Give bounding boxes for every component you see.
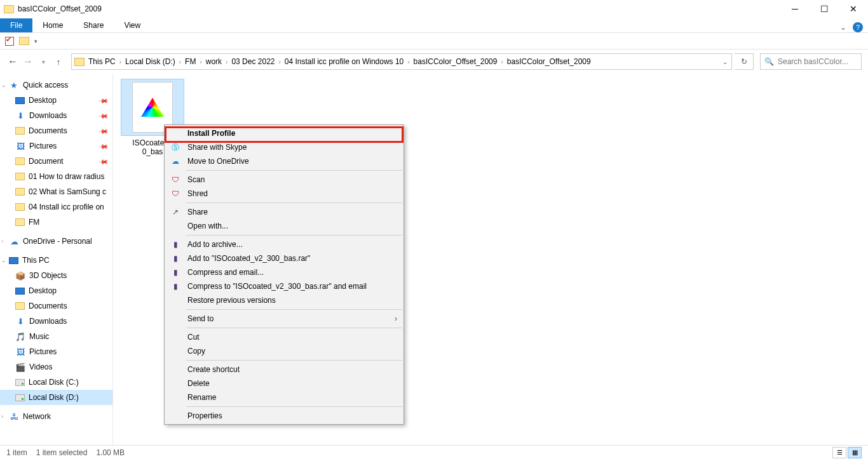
chevron-right-icon[interactable]: ›: [501, 58, 503, 65]
crumb-0[interactable]: This PC: [88, 57, 116, 66]
sidebar-item-pictures[interactable]: 🖼Pictures: [0, 344, 112, 359]
sidebar-item-drive-c[interactable]: Local Disk (C:): [0, 375, 112, 390]
sidebar-item-folder[interactable]: 02 What is SamSung c: [0, 184, 112, 199]
sidebar-item-document[interactable]: Document📌: [0, 154, 112, 169]
pin-icon: 📌: [98, 110, 109, 121]
onedrive-icon: ☁: [170, 157, 181, 166]
crumb-4[interactable]: 03 Dec 2022: [231, 57, 275, 66]
ctx-properties[interactable]: Properties: [165, 409, 403, 423]
chevron-right-icon[interactable]: ›: [278, 58, 280, 65]
ctx-install-profile[interactable]: Install Profile: [165, 126, 403, 140]
ctx-compress-email[interactable]: ▮Compress and email...: [165, 265, 403, 279]
sidebar-item-downloads[interactable]: ⬇Downloads: [0, 314, 112, 329]
chevron-right-icon[interactable]: ›: [200, 58, 201, 65]
winrar-icon: ▮: [170, 254, 181, 263]
chevron-right-icon[interactable]: ›: [407, 58, 409, 65]
sidebar-item-desktop[interactable]: Desktop📌: [0, 93, 112, 108]
pictures-icon: 🖼: [15, 141, 25, 151]
ctx-separator: [186, 203, 402, 203]
objects-icon: 📦: [15, 270, 25, 281]
view-large-icons-button[interactable]: ▦: [848, 447, 862, 458]
address-dropdown-icon[interactable]: ⌄: [722, 58, 728, 65]
maximize-button[interactable]: ☐: [810, 0, 839, 18]
ctx-scan[interactable]: 🛡Scan: [165, 173, 403, 187]
chevron-right-icon[interactable]: ›: [226, 58, 227, 65]
ctx-separator: [186, 309, 402, 310]
chevron-right-icon[interactable]: ›: [179, 58, 181, 65]
crumb-3[interactable]: work: [206, 57, 222, 66]
help-icon[interactable]: ?: [853, 22, 863, 32]
sidebar-network[interactable]: ›🖧Network: [0, 409, 112, 424]
sidebar-onedrive[interactable]: ›☁OneDrive - Personal: [0, 234, 112, 249]
address-bar[interactable]: This PC› Local Disk (D:)› FM› work› 03 D…: [71, 53, 732, 70]
pin-icon: 📌: [98, 156, 109, 166]
tab-home[interactable]: Home: [32, 18, 73, 32]
ctx-delete[interactable]: Delete: [165, 376, 403, 390]
crumb-6[interactable]: basICColor_Offset_2009: [414, 57, 498, 66]
sidebar-item-drive-d[interactable]: Local Disk (D:): [0, 390, 112, 405]
nav-pane: ⌄★Quick access Desktop📌 ⬇Downloads📌 Docu…: [0, 74, 113, 445]
search-icon: 🔍: [764, 57, 774, 66]
folder-icon: [15, 188, 25, 196]
ctx-shred[interactable]: 🛡Shred: [165, 187, 403, 201]
search-box[interactable]: 🔍 Search basICColor...: [760, 53, 862, 70]
forward-button[interactable]: →: [22, 56, 34, 67]
ctx-share[interactable]: ↗Share: [165, 205, 403, 219]
sidebar-item-documents[interactable]: Documents📌: [0, 123, 112, 138]
refresh-button[interactable]: ↻: [735, 53, 754, 70]
ctx-send-to[interactable]: Send to›: [165, 312, 403, 326]
pin-icon: 📌: [98, 126, 109, 136]
up-button[interactable]: ↑: [52, 57, 65, 67]
downloads-icon: ⬇: [15, 316, 25, 326]
ctx-move-onedrive[interactable]: ☁Move to OneDrive: [165, 154, 403, 168]
ctx-create-shortcut[interactable]: Create shortcut: [165, 363, 403, 376]
ctx-add-to-rar[interactable]: ▮Add to "ISOcoated_v2_300_bas.rar": [165, 251, 403, 265]
sidebar-item-pictures[interactable]: 🖼Pictures📌: [0, 138, 112, 154]
back-button[interactable]: ←: [6, 56, 19, 67]
chevron-right-icon[interactable]: ›: [119, 58, 121, 65]
ctx-cut[interactable]: Cut: [165, 330, 403, 344]
sidebar-item-videos[interactable]: 🎬Videos: [0, 359, 112, 375]
view-details-button[interactable]: ☰: [832, 447, 846, 458]
sidebar-item-folder[interactable]: 04 Install icc profile on: [0, 199, 112, 215]
sidebar-item-folder[interactable]: FM: [0, 215, 112, 230]
ctx-restore-versions[interactable]: Restore previous versions: [165, 293, 403, 307]
shield-icon: 🛡: [170, 189, 181, 198]
ribbon-tabs: File Home Share View ⌄ ?: [0, 18, 868, 33]
ctx-share-skype[interactable]: ⓈShare with Skype: [165, 140, 403, 154]
tab-view[interactable]: View: [114, 18, 151, 32]
context-menu: Install Profile ⓈShare with Skype ☁Move …: [164, 124, 404, 425]
crumb-5[interactable]: 04 Install icc profile on Windows 10: [285, 57, 403, 66]
crumb-2[interactable]: FM: [185, 57, 196, 66]
ctx-rename[interactable]: Rename: [165, 390, 403, 404]
sidebar-item-music[interactable]: 🎵Music: [0, 329, 112, 344]
ctx-add-archive[interactable]: ▮Add to archive...: [165, 237, 403, 251]
cloud-icon: ☁: [9, 236, 19, 246]
sidebar-item-3dobjects[interactable]: 📦3D Objects: [0, 268, 112, 283]
icc-profile-icon: [141, 98, 164, 117]
ctx-open-with[interactable]: Open with...: [165, 219, 403, 233]
crumb-1[interactable]: Local Disk (D:): [125, 57, 175, 66]
sidebar-quick-access[interactable]: ⌄★Quick access: [0, 77, 112, 93]
desktop-icon: [15, 288, 25, 295]
recent-dropdown[interactable]: ▾: [37, 58, 50, 65]
qat-dropdown-icon[interactable]: ▾: [34, 38, 37, 44]
folder-icon: [15, 302, 25, 310]
sidebar-item-downloads[interactable]: ⬇Downloads📌: [0, 108, 112, 123]
tab-file[interactable]: File: [0, 18, 32, 32]
tab-share[interactable]: Share: [73, 18, 114, 32]
window-title: basICColor_Offset_2009: [18, 4, 780, 13]
sidebar-item-documents[interactable]: Documents: [0, 298, 112, 314]
sidebar-this-pc[interactable]: ⌄This PC: [0, 253, 112, 268]
minimize-button[interactable]: ─: [780, 0, 810, 18]
sidebar-item-desktop[interactable]: Desktop: [0, 283, 112, 298]
qat-properties-icon[interactable]: [5, 37, 14, 46]
sidebar-item-folder[interactable]: 01 How to draw radius: [0, 169, 112, 184]
ribbon-expand-icon[interactable]: ⌄: [840, 23, 846, 32]
ctx-compress-email-to[interactable]: ▮Compress to "ISOcoated_v2_300_bas.rar" …: [165, 279, 403, 293]
crumb-7[interactable]: basICColor_Offset_2009: [507, 57, 591, 66]
qat-newfolder-icon[interactable]: [19, 37, 29, 45]
close-button[interactable]: ✕: [839, 0, 868, 18]
star-icon: ★: [9, 80, 19, 90]
ctx-copy[interactable]: Copy: [165, 344, 403, 358]
